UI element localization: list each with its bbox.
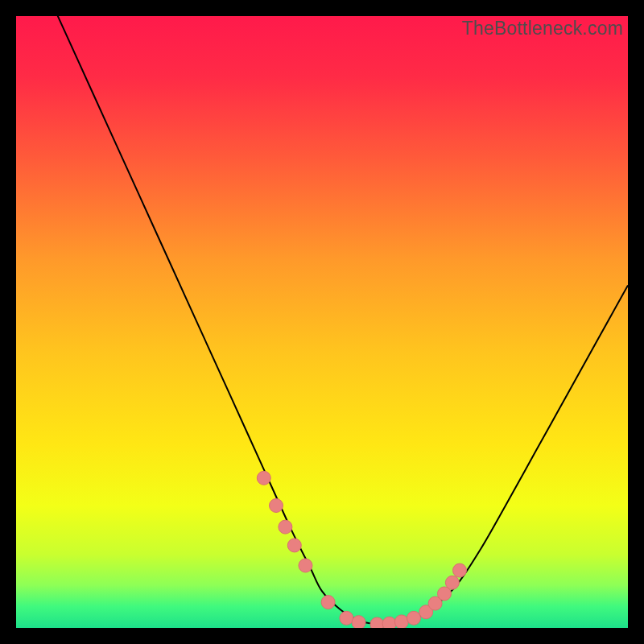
highlighted-point: [257, 471, 270, 485]
highlighted-point: [453, 564, 467, 577]
highlighted-point: [445, 576, 459, 589]
highlighted-point: [321, 596, 335, 609]
highlighted-point: [407, 611, 421, 625]
highlighted-point: [352, 616, 365, 628]
highlighted-point: [370, 617, 384, 628]
watermark-text: TheBottleneck.com: [462, 18, 623, 39]
gradient-background: [16, 16, 628, 628]
bottleneck-chart: [16, 16, 628, 628]
highlighted-point: [279, 520, 292, 534]
highlighted-point: [299, 559, 312, 572]
chart-frame: TheBottleneck.com: [16, 16, 628, 628]
highlighted-point: [270, 499, 283, 513]
highlighted-point: [287, 539, 301, 552]
highlighted-point: [394, 615, 408, 628]
highlighted-point: [382, 617, 396, 628]
highlighted-point: [340, 611, 353, 625]
